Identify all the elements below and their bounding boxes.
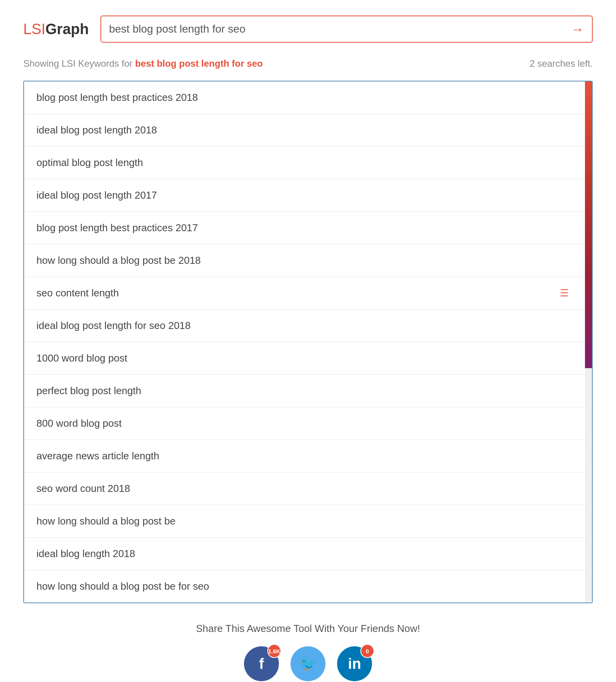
result-text: 1000 word blog post: [36, 352, 127, 364]
result-text: how long should a blog post be: [36, 515, 176, 527]
facebook-badge: 1.6K: [267, 644, 281, 658]
twitter-icon: 🐦: [299, 655, 317, 672]
result-text: perfect blog post length: [36, 385, 141, 397]
result-text: how long should a blog post be 2018: [36, 254, 201, 267]
result-row[interactable]: ideal blog post length 2018: [24, 114, 592, 147]
subtitle-text: Showing LSI Keywords for best blog post …: [23, 58, 263, 69]
result-row[interactable]: average news article length: [24, 440, 592, 473]
list-icon[interactable]: ☰: [560, 287, 569, 299]
result-row[interactable]: how long should a blog post be for seo: [24, 570, 592, 602]
header: LSIGraph →: [23, 16, 593, 43]
subtitle-keyword: best blog post length for seo: [135, 58, 263, 69]
searches-left: 2 searches left.: [529, 58, 593, 69]
search-input[interactable]: [109, 23, 571, 35]
results-container: blog post length best practices 2018idea…: [23, 81, 593, 603]
scrollbar-thumb[interactable]: [585, 81, 592, 368]
twitter-button[interactable]: 🐦: [291, 646, 325, 681]
result-row[interactable]: ideal blog post length for seo 2018: [24, 310, 592, 342]
share-title: Share This Awesome Tool With Your Friend…: [23, 623, 593, 635]
linkedin-icon: in: [348, 656, 361, 672]
result-text: 800 word blog post: [36, 417, 122, 429]
result-text: how long should a blog post be for seo: [36, 580, 209, 592]
result-text: ideal blog post length for seo 2018: [36, 320, 191, 332]
result-text: seo content length: [36, 287, 119, 299]
result-row[interactable]: perfect blog post length: [24, 375, 592, 407]
subtitle-prefix: Showing LSI Keywords for: [23, 58, 132, 69]
result-row[interactable]: how long should a blog post be: [24, 505, 592, 538]
facebook-icon: f: [259, 656, 264, 672]
result-text: average news article length: [36, 450, 159, 462]
result-row[interactable]: ideal blog post length 2017: [24, 179, 592, 212]
result-text: blog post length best practices 2018: [36, 92, 198, 104]
result-text: ideal blog post length 2017: [36, 189, 157, 201]
logo-lsi: LSI: [23, 21, 45, 37]
result-text: ideal blog length 2018: [36, 548, 135, 560]
share-section: Share This Awesome Tool With Your Friend…: [23, 623, 593, 681]
linkedin-button[interactable]: in 0: [337, 646, 372, 681]
logo-graph: Graph: [45, 21, 89, 37]
facebook-button[interactable]: f 1.6K: [244, 646, 279, 681]
result-row[interactable]: seo word count 2018: [24, 473, 592, 505]
linkedin-badge: 0: [360, 644, 374, 658]
search-submit-icon[interactable]: →: [571, 22, 584, 37]
result-text: ideal blog post length 2018: [36, 124, 157, 136]
result-row[interactable]: how long should a blog post be 2018: [24, 244, 592, 277]
result-row[interactable]: optimal blog post length: [24, 147, 592, 179]
result-row[interactable]: 1000 word blog post: [24, 342, 592, 375]
subtitle-bar: Showing LSI Keywords for best blog post …: [23, 58, 593, 69]
result-row[interactable]: blog post length best practices 2018: [24, 81, 592, 114]
result-row[interactable]: ideal blog length 2018: [24, 538, 592, 570]
result-text: seo word count 2018: [36, 483, 130, 495]
result-row[interactable]: 800 word blog post: [24, 407, 592, 440]
scrollbar-track[interactable]: [585, 81, 592, 602]
result-text: optimal blog post length: [36, 157, 143, 169]
social-buttons: f 1.6K 🐦 in 0: [23, 646, 593, 681]
logo: LSIGraph: [23, 21, 89, 38]
search-box: →: [100, 16, 593, 43]
results-list: blog post length best practices 2018idea…: [24, 81, 592, 602]
result-text: blog post length best practices 2017: [36, 222, 198, 234]
result-row[interactable]: seo content length☰: [24, 277, 592, 310]
result-row[interactable]: blog post length best practices 2017: [24, 212, 592, 244]
